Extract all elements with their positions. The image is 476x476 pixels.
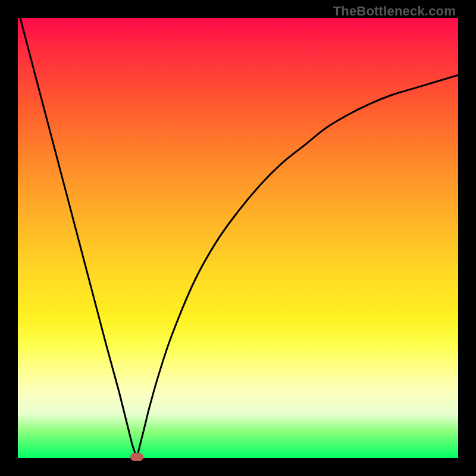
curve-left-branch <box>18 9 137 458</box>
curve-right-branch <box>137 75 458 458</box>
chart-frame: TheBottleneck.com <box>0 0 476 476</box>
watermark-text: TheBottleneck.com <box>333 4 456 19</box>
plot-area <box>18 18 458 458</box>
minimum-marker <box>130 453 143 461</box>
bottleneck-curve <box>18 18 458 458</box>
